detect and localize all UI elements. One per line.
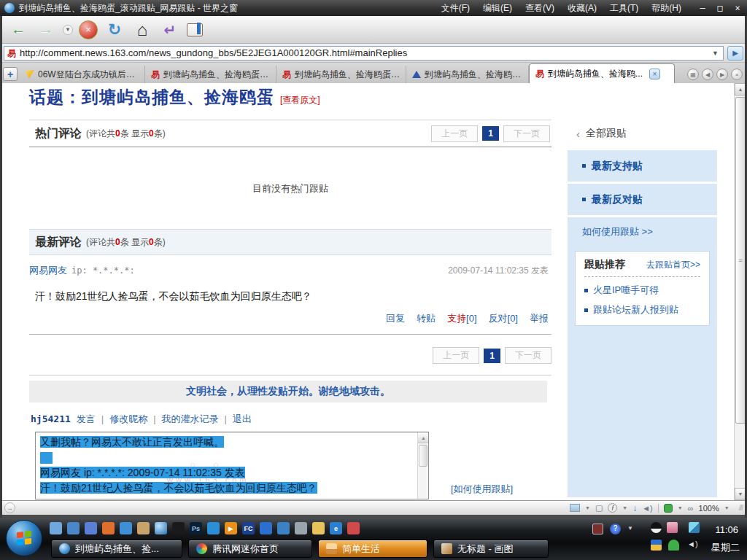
comment-author-link[interactable]: 网易网友 [29, 264, 67, 277]
refresh-button[interactable]: ↻ [104, 19, 125, 41]
tab-scroll-right-icon[interactable]: ▶ [716, 69, 728, 80]
photoshop-icon[interactable]: Ps [190, 522, 202, 534]
taskbar-button-4[interactable]: 无标题 - 画图 [433, 540, 549, 558]
reply-textarea[interactable]: ○ ○ www.163.com 又删我帖？网易太不敢让正言发出呼喊。 网易网友 … [35, 432, 429, 499]
editor-app-icon[interactable] [207, 522, 220, 534]
calculator-icon[interactable] [295, 522, 307, 534]
menu-file[interactable]: 文件(F) [441, 2, 470, 15]
home-button[interactable]: ⌂ [131, 19, 153, 41]
goto-reply-home-link[interactable]: 去跟贴首页>> [646, 259, 700, 271]
downloader-icon[interactable] [260, 522, 272, 534]
window-switcher-icon[interactable] [67, 522, 80, 534]
how-to-use-link[interactable]: [如何使用跟贴] [451, 483, 513, 496]
dropdown-icon[interactable]: ▼ [622, 505, 627, 510]
sidebar-item-latest-oppose[interactable]: 最新反对贴 [568, 184, 717, 215]
scroll-up-icon[interactable]: ▲ [418, 432, 429, 443]
stop-button[interactable]: × [79, 20, 98, 39]
url-input[interactable] [20, 47, 707, 58]
send-button[interactable]: ↵ [159, 19, 181, 41]
maximize-button[interactable]: □ [715, 3, 725, 13]
computer-icon[interactable] [85, 522, 97, 534]
tab-2[interactable]: 易 到塘屿岛捕鱼、捡海鸥蛋_... [145, 66, 276, 83]
oppose-link[interactable]: 反对[0] [489, 312, 518, 325]
download-icon[interactable]: ↓ [632, 503, 637, 513]
clock-time[interactable]: 11:06 [715, 524, 738, 535]
post-link[interactable]: 发言 [77, 413, 96, 426]
qq-tray-icon[interactable] [651, 522, 662, 533]
tab-3[interactable]: 易 到塘屿岛捕鱼、捡海鸥蛋_... [276, 66, 406, 83]
media-tray-icon[interactable] [651, 540, 662, 551]
next-page-button[interactable]: 下一页 [505, 347, 551, 364]
tab-1[interactable]: 06W登陆台东成功镇后再... [20, 66, 145, 83]
contacts-tray-icon[interactable] [667, 522, 678, 533]
popup-blocker-icon[interactable]: ▢ [595, 503, 603, 513]
my-posts-link[interactable]: 我的灌水记录 [162, 413, 219, 426]
start-button[interactable] [6, 520, 42, 556]
back-button[interactable]: ← [7, 19, 29, 41]
change-nickname-link[interactable]: 修改昵称 [109, 413, 147, 426]
help-tray-icon[interactable]: ? [610, 524, 621, 534]
umbrella-tray-icon[interactable] [668, 540, 679, 551]
history-dropdown-icon[interactable]: ▼ [63, 25, 73, 35]
tab-scroll-left-icon[interactable]: ◀ [702, 69, 713, 80]
reply-link[interactable]: 回复 [386, 312, 405, 325]
scrollbar-thumb[interactable] [419, 445, 427, 467]
recommend-link-1[interactable]: 火星IP唾手可得 [584, 284, 700, 297]
zoom-dropdown-icon[interactable]: ▼ [724, 505, 729, 510]
mute-icon[interactable]: ◄) [642, 504, 653, 513]
folder-icon[interactable] [312, 522, 325, 534]
forward-button[interactable]: → [35, 19, 57, 41]
dropdown-icon[interactable]: ▼ [585, 505, 590, 510]
close-button[interactable]: × [732, 3, 743, 13]
view-original-link[interactable]: [查看原文] [280, 94, 320, 106]
qq-doctor-icon[interactable] [347, 522, 360, 534]
tab-close-all-icon[interactable]: × [731, 69, 743, 80]
prev-page-button[interactable]: 上一页 [431, 125, 478, 142]
volume-tray-icon[interactable]: ◄) [687, 540, 698, 551]
tab-5-active[interactable]: 易 到塘屿岛捕鱼、捡海鸥... × [529, 63, 675, 83]
dropdown-icon[interactable]: ▼ [678, 505, 683, 510]
report-link[interactable]: 举报 [530, 312, 549, 325]
recorder-tray-icon[interactable] [592, 524, 603, 534]
messenger-icon[interactable] [137, 522, 150, 534]
fc-app-icon[interactable]: FC [242, 522, 255, 534]
tab-4[interactable]: 到塘屿岛捕鱼、捡海鸥蛋... [406, 66, 529, 83]
images-toggle-icon[interactable] [570, 504, 580, 512]
media-app-icon[interactable] [102, 522, 115, 534]
network-tray-icon[interactable] [689, 522, 700, 533]
menu-help[interactable]: 帮助(H) [651, 2, 681, 15]
textarea-scrollbar[interactable]: ▲ [417, 432, 428, 499]
tab-close-icon[interactable]: × [649, 69, 660, 79]
taskbar-button-1[interactable]: 到塘屿岛捕鱼、捡... [51, 540, 182, 558]
favorites-icon[interactable] [187, 23, 203, 36]
world-browser-icon[interactable] [155, 522, 167, 534]
recommend-link-2[interactable]: 跟贴论坛新人报到贴 [584, 303, 700, 316]
resize-grip[interactable]: /// [739, 504, 743, 512]
clock-day[interactable]: 星期二 [711, 541, 740, 554]
menu-view[interactable]: 查看(V) [525, 2, 554, 15]
scrollbar-thumb[interactable]: ≡ [735, 97, 746, 424]
tray-expand-icon[interactable]: ▼ [627, 525, 638, 536]
next-page-button[interactable]: 下一页 [503, 125, 550, 142]
sidebar-howto-link[interactable]: 如何使用跟贴 >> [568, 217, 717, 246]
taskbar-button-2[interactable]: 腾讯网迷你首页 [188, 540, 312, 558]
url-dropdown-icon[interactable]: ▼ [711, 50, 720, 57]
tab-list-icon[interactable]: ▦ [687, 69, 699, 80]
prev-page-button[interactable]: 上一页 [433, 347, 479, 364]
menu-tools[interactable]: 工具(T) [610, 2, 638, 15]
sidebar-item-latest-support[interactable]: 最新支持贴 [568, 150, 717, 182]
current-page-button[interactable]: 1 [482, 126, 499, 141]
security-shield-icon[interactable] [664, 504, 673, 513]
support-link[interactable]: 支持[0] [447, 312, 476, 325]
taskbar-button-3-active[interactable]: 简单生活 [318, 540, 427, 558]
qq-icon[interactable] [172, 522, 185, 534]
zoom-glasses-icon[interactable]: ∞ [688, 504, 694, 513]
movie-maker-icon[interactable] [120, 522, 132, 534]
status-action-icon[interactable]: → [4, 502, 15, 513]
menu-favorites[interactable]: 收藏(A) [568, 2, 597, 15]
google-earth-icon[interactable] [277, 522, 290, 534]
current-page-button[interactable]: 1 [484, 349, 500, 363]
new-tab-button[interactable]: + [3, 67, 18, 81]
sidebar-all-replies[interactable]: ‹ 全部跟贴 [568, 120, 717, 147]
ie-icon[interactable]: e [330, 522, 342, 534]
